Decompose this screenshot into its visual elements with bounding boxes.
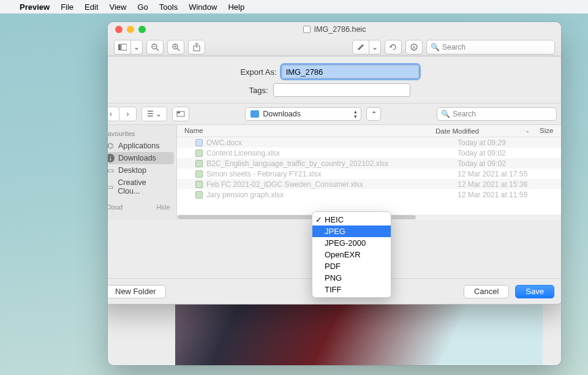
sidebar-item-desktop[interactable]: ▭Desktop	[108, 164, 174, 176]
column-date[interactable]: Date Modified⌄	[433, 125, 537, 137]
menu-help[interactable]: Help	[228, 2, 244, 12]
desktop-icon: ▭	[108, 166, 115, 175]
sidebar-view-button[interactable]	[114, 40, 131, 55]
sidebar-item-creative-cloud[interactable]: ▭Creative Clou...	[108, 176, 174, 197]
location-label: Downloads	[263, 110, 301, 118]
window-close-button[interactable]	[115, 26, 123, 33]
file-date: 12 Mar 2021 at 15:38	[458, 180, 561, 189]
file-row[interactable]: Content Licensing.xlsxToday at 09:02	[177, 148, 561, 158]
menu-view[interactable]: View	[110, 2, 127, 12]
sidebar: Favourites ⌬Applications ↓Downloads ▭Des…	[108, 125, 177, 220]
downloads-icon: ↓	[108, 154, 115, 162]
file-row[interactable]: B2C_English_language_traffic_by_country_…	[177, 158, 561, 169]
svg-line-3	[156, 48, 159, 51]
sidebar-view-menu-button[interactable]: ⌄	[131, 40, 143, 55]
preview-window: IMG_2786.heic ⌄ ⌄ A 🔍 Search Export As:	[108, 22, 561, 365]
folder-icon	[251, 110, 259, 118]
file-row[interactable]: Jary pension graph.xlsx12 Mar 2021 at 11…	[177, 189, 561, 200]
svg-rect-14	[177, 112, 180, 113]
sidebar-item-label: Desktop	[118, 166, 146, 175]
window-title: IMG_2786.heic	[314, 25, 366, 34]
sidebar-item-label: Applications	[118, 142, 159, 150]
file-date: Today at 09:02	[458, 149, 561, 157]
folder-icon: ▭	[108, 183, 114, 191]
sidebar-item-label: Downloads	[118, 154, 156, 162]
titlebar: IMG_2786.heic	[108, 22, 561, 37]
forward-button[interactable]: ›	[119, 107, 137, 121]
format-option-tiff[interactable]: TIFF	[312, 284, 391, 295]
format-option-jpeg-2000[interactable]: JPEG-2000	[312, 237, 391, 249]
file-name: OWC.docx	[206, 138, 242, 147]
file-name: Content Licensing.xlsx	[206, 149, 280, 157]
column-size[interactable]: Size	[537, 125, 561, 137]
cancel-button[interactable]: Cancel	[464, 285, 509, 298]
toolbar: ⌄ ⌄ A 🔍 Search	[108, 37, 561, 58]
new-folder-button[interactable]: New Folder	[108, 285, 166, 298]
menu-window[interactable]: Window	[189, 2, 217, 12]
tags-field[interactable]	[273, 83, 410, 97]
file-name: B2C_English_language_traffic_by_country_…	[206, 159, 388, 168]
sidebar-item-applications[interactable]: ⌬Applications	[108, 140, 174, 152]
location-popup[interactable]: Downloads ▴▾	[245, 107, 361, 121]
menu-go[interactable]: Go	[137, 2, 148, 12]
file-date: 12 Mar 2021 at 17:55	[458, 170, 561, 178]
file-icon	[195, 191, 203, 199]
sort-indicator-icon: ⌄	[526, 128, 530, 134]
toolbar-search-placeholder: Search	[442, 43, 466, 51]
chevron-updown-icon: ▴▾	[354, 109, 357, 119]
back-button[interactable]: ‹	[108, 107, 119, 121]
sidebar-hide-button[interactable]: Hide	[156, 203, 170, 211]
file-row[interactable]: Feb FC 2021-02_IDGC Sweden_Consumer.xlsx…	[177, 179, 561, 189]
window-minimize-button[interactable]	[127, 26, 134, 33]
menu-bar: Preview File Edit View Go Tools Window H…	[0, 0, 588, 13]
svg-line-6	[177, 48, 179, 51]
file-icon	[195, 150, 203, 157]
zoom-out-button[interactable]	[146, 40, 164, 55]
format-option-heic[interactable]: HEIC	[312, 214, 391, 225]
markup-button[interactable]	[352, 40, 369, 55]
finder-bar: ‹ › ☰ ⌄ Downloads ▴▾ ⌃ 🔍 Search	[108, 103, 561, 125]
svg-text:A: A	[412, 45, 416, 50]
file-icon	[195, 139, 203, 146]
file-icon	[195, 170, 203, 178]
finder-search-placeholder: Search	[453, 110, 476, 118]
column-name[interactable]: Name	[177, 125, 433, 137]
menu-edit[interactable]: Edit	[85, 2, 98, 12]
export-as-field[interactable]	[282, 65, 419, 78]
sidebar-item-label: Creative Clou...	[118, 178, 168, 195]
svg-rect-0	[118, 44, 121, 50]
sidebar-item-downloads[interactable]: ↓Downloads	[108, 152, 174, 164]
file-name: Simon sheets - February FY21.xlsx	[206, 170, 321, 178]
file-date: Today at 09:29	[458, 138, 561, 147]
markup-menu-button[interactable]: ⌄	[369, 40, 381, 55]
save-button[interactable]: Save	[515, 285, 554, 298]
app-menu[interactable]: Preview	[20, 2, 50, 12]
rotate-button[interactable]	[385, 40, 402, 55]
collapse-button[interactable]: ⌃	[366, 107, 381, 121]
toolbar-search[interactable]: 🔍 Search	[426, 40, 555, 55]
group-button[interactable]	[172, 107, 189, 121]
share-button[interactable]	[188, 40, 205, 55]
search-icon: 🔍	[441, 110, 450, 118]
format-option-openexr[interactable]: OpenEXR	[312, 249, 391, 260]
zoom-in-button[interactable]	[167, 40, 184, 55]
sidebar-icloud-label: iCloud	[108, 203, 123, 211]
file-icon	[195, 160, 203, 167]
finder-search[interactable]: 🔍 Search	[437, 107, 557, 121]
document-proxy-icon	[303, 26, 311, 33]
menu-tools[interactable]: Tools	[159, 2, 178, 12]
file-row[interactable]: OWC.docxToday at 09:29	[177, 137, 561, 148]
file-date: 12 Mar 2021 at 11:59	[458, 191, 561, 199]
format-option-jpeg[interactable]: JPEG	[312, 225, 391, 237]
search-icon: 🔍	[431, 43, 440, 51]
format-option-pdf[interactable]: PDF	[312, 260, 391, 272]
highlight-button[interactable]: A	[405, 40, 423, 55]
format-option-png[interactable]: PNG	[312, 272, 391, 284]
file-row[interactable]: Simon sheets - February FY21.xlsx12 Mar …	[177, 169, 561, 179]
file-date: Today at 09:02	[458, 159, 561, 168]
file-list: Name Date Modified⌄ Size OWC.docxToday a…	[177, 125, 561, 220]
view-mode-button[interactable]: ☰ ⌄	[141, 107, 167, 121]
menu-file[interactable]: File	[61, 2, 74, 12]
window-zoom-button[interactable]	[138, 26, 146, 33]
sidebar-favourites-label: Favourites	[108, 130, 135, 137]
